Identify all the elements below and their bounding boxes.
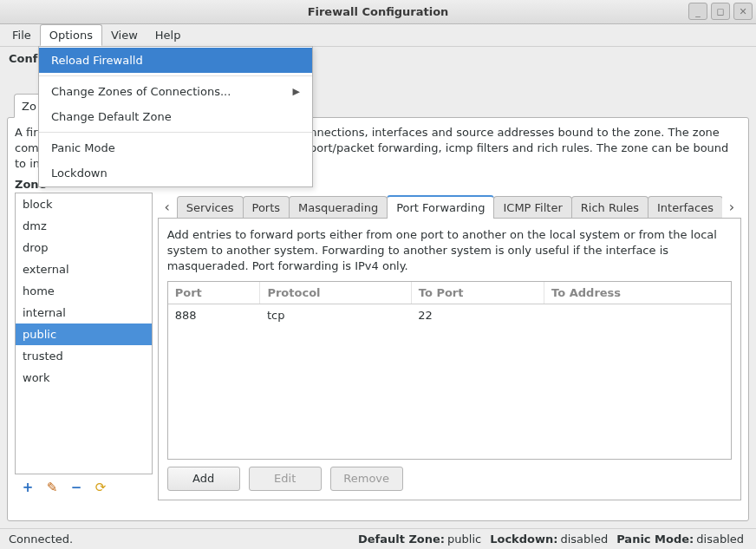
remove-zone-icon[interactable]: − <box>68 480 84 495</box>
menu-lockdown[interactable]: Lockdown <box>39 160 312 186</box>
zone-item-work[interactable]: work <box>16 367 152 389</box>
title-bar: Firewall Configuration _ ◻ ✕ <box>0 0 756 24</box>
add-zone-icon[interactable]: + <box>20 480 36 495</box>
menu-separator <box>39 132 312 133</box>
menu-bar: File Options View Help <box>0 24 756 47</box>
zone-item-drop[interactable]: drop <box>16 237 152 258</box>
menu-change-default-zone-label: Change Default Zone <box>51 110 172 123</box>
tab-rich-rules[interactable]: Rich Rules <box>571 196 648 219</box>
tabs: Services Ports Masquerading Port Forward… <box>177 195 722 219</box>
detail-column: ‹ Services Ports Masquerading Port Forwa… <box>158 193 741 500</box>
menu-panic-mode-label: Panic Mode <box>51 141 115 154</box>
zones-tab-label: Zo <box>22 100 36 113</box>
status-default-zone-value: public <box>447 533 481 546</box>
menu-change-zones-connections[interactable]: Change Zones of Connections... ▶ <box>39 79 312 104</box>
status-lockdown-label: Lockdown: <box>490 533 557 546</box>
load-defaults-icon[interactable]: ⟳ <box>93 480 108 495</box>
port-forwarding-panel: Add entries to forward ports either from… <box>158 218 741 500</box>
zone-item-dmz[interactable]: dmz <box>16 215 152 237</box>
main-columns: block dmz drop external home internal pu… <box>15 193 741 500</box>
window-controls: _ ◻ ✕ <box>688 3 753 20</box>
col-protocol[interactable]: Protocol <box>260 282 411 304</box>
status-lockdown-value: disabled <box>560 533 608 546</box>
menu-panic-mode[interactable]: Panic Mode <box>39 135 312 160</box>
status-default-zone-label: Default Zone: <box>358 533 445 546</box>
zone-item-internal[interactable]: internal <box>16 302 152 324</box>
status-panic-label: Panic Mode: <box>616 533 694 546</box>
minimize-button[interactable]: _ <box>688 3 707 20</box>
tab-icmp-filter[interactable]: ICMP Filter <box>493 196 571 219</box>
cell-protocol: tcp <box>260 304 411 327</box>
status-connected: Connected. <box>9 533 73 546</box>
menu-lockdown-label: Lockdown <box>51 167 108 180</box>
menu-help[interactable]: Help <box>147 24 190 46</box>
port-forwarding-table-wrap: Port Protocol To Port To Address 888 tcp… <box>167 281 732 459</box>
options-dropdown: Reload Firewalld Change Zones of Connect… <box>38 46 313 187</box>
col-to-address[interactable]: To Address <box>544 282 731 304</box>
tab-scroll-left-icon[interactable]: ‹ <box>158 196 177 219</box>
port-forwarding-buttons: Add Edit Remove <box>167 467 732 491</box>
status-panic-value: disabled <box>696 533 744 546</box>
menu-reload-label: Reload Firewalld <box>51 54 143 67</box>
status-bar: Connected. Default Zone: public Lockdown… <box>0 528 756 549</box>
zone-toolbar: + ✎ − ⟳ <box>15 474 153 500</box>
zone-item-block[interactable]: block <box>16 193 152 215</box>
cell-to-port: 22 <box>411 304 544 327</box>
menu-separator <box>39 75 312 76</box>
close-button[interactable]: ✕ <box>733 3 753 20</box>
tab-ports[interactable]: Ports <box>243 196 290 219</box>
col-port[interactable]: Port <box>168 282 260 304</box>
table-row[interactable]: 888 tcp 22 <box>168 304 731 327</box>
submenu-arrow-icon: ▶ <box>293 86 300 97</box>
edit-zone-icon[interactable]: ✎ <box>44 480 60 495</box>
maximize-button[interactable]: ◻ <box>711 3 730 20</box>
port-forwarding-table: Port Protocol To Port To Address 888 tcp… <box>168 282 731 326</box>
tab-port-forwarding[interactable]: Port Forwarding <box>387 195 494 219</box>
menu-file[interactable]: File <box>3 24 40 46</box>
menu-change-default-zone[interactable]: Change Default Zone <box>39 104 312 129</box>
tab-services[interactable]: Services <box>177 196 244 219</box>
menu-options[interactable]: Options <box>40 24 102 46</box>
zone-item-external[interactable]: external <box>16 258 152 280</box>
menu-reload-firewalld[interactable]: Reload Firewalld <box>39 48 312 73</box>
tab-strip: ‹ Services Ports Masquerading Port Forwa… <box>158 193 741 219</box>
cell-port: 888 <box>168 304 260 327</box>
tab-interfaces[interactable]: Interfaces <box>648 196 722 219</box>
menu-view[interactable]: View <box>102 24 147 46</box>
zone-item-home[interactable]: home <box>16 280 152 302</box>
add-button[interactable]: Add <box>167 467 240 491</box>
tab-scroll-right-icon[interactable]: › <box>722 196 741 219</box>
cell-to-address <box>544 304 731 327</box>
col-to-port[interactable]: To Port <box>411 282 544 304</box>
port-forwarding-description: Add entries to forward ports either from… <box>167 227 732 275</box>
zone-item-trusted[interactable]: trusted <box>16 345 152 367</box>
zone-list[interactable]: block dmz drop external home internal pu… <box>15 193 153 474</box>
edit-button[interactable]: Edit <box>249 467 322 491</box>
window-title: Firewall Configuration <box>0 5 756 18</box>
zone-column: block dmz drop external home internal pu… <box>15 193 153 500</box>
remove-button[interactable]: Remove <box>330 467 403 491</box>
zone-item-public[interactable]: public <box>16 324 152 345</box>
tab-masquerading[interactable]: Masquerading <box>289 196 388 219</box>
menu-change-zones-label: Change Zones of Connections... <box>51 85 231 98</box>
